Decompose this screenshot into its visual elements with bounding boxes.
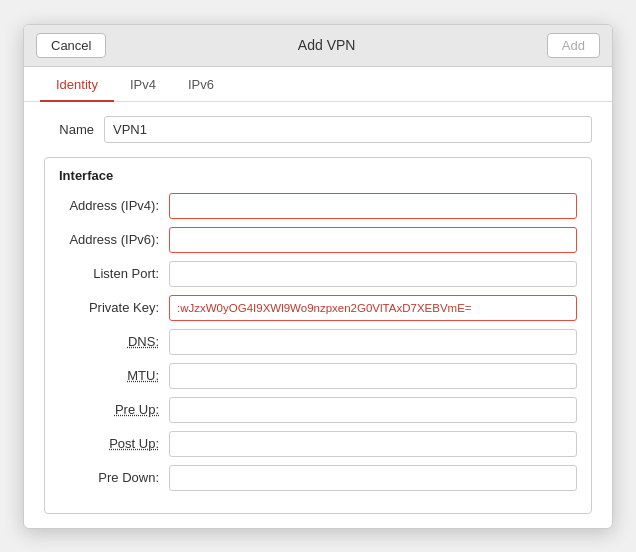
dns-label: DNS: <box>59 334 169 349</box>
field-row-pre-up: Pre Up: <box>59 397 577 423</box>
name-row: Name <box>44 116 592 143</box>
address-ipv4-input[interactable] <box>169 193 577 219</box>
pre-up-label: Pre Up: <box>59 402 169 417</box>
post-up-input[interactable] <box>169 431 577 457</box>
interface-section-title: Interface <box>59 168 577 183</box>
field-row-private-key: Private Key: <box>59 295 577 321</box>
pre-down-input[interactable] <box>169 465 577 491</box>
post-up-label: Post Up: <box>59 436 169 451</box>
name-label: Name <box>44 122 104 137</box>
listen-port-label: Listen Port: <box>59 266 169 281</box>
private-key-label: Private Key: <box>59 300 169 315</box>
mtu-input[interactable] <box>169 363 577 389</box>
field-row-mtu: MTU: <box>59 363 577 389</box>
dialog-header: Cancel Add VPN Add <box>24 25 612 67</box>
dialog-title: Add VPN <box>298 37 356 53</box>
pre-up-input[interactable] <box>169 397 577 423</box>
dialog-body: Name Interface Address (IPv4): Address (… <box>24 102 612 528</box>
private-key-input[interactable] <box>169 295 577 321</box>
field-row-post-up: Post Up: <box>59 431 577 457</box>
tabs-bar: Identity IPv4 IPv6 <box>24 67 612 102</box>
pre-down-label: Pre Down: <box>59 470 169 485</box>
tab-ipv4[interactable]: IPv4 <box>114 67 172 102</box>
interface-section: Interface Address (IPv4): Address (IPv6)… <box>44 157 592 514</box>
mtu-label: MTU: <box>59 368 169 383</box>
field-row-dns: DNS: <box>59 329 577 355</box>
address-ipv4-label: Address (IPv4): <box>59 198 169 213</box>
field-row-address-ipv4: Address (IPv4): <box>59 193 577 219</box>
field-row-address-ipv6: Address (IPv6): <box>59 227 577 253</box>
name-input[interactable] <box>104 116 592 143</box>
listen-port-input[interactable] <box>169 261 577 287</box>
add-vpn-dialog: Cancel Add VPN Add Identity IPv4 IPv6 Na… <box>23 24 613 529</box>
field-row-pre-down: Pre Down: <box>59 465 577 491</box>
tab-identity[interactable]: Identity <box>40 67 114 102</box>
add-button[interactable]: Add <box>547 33 600 58</box>
tab-ipv6[interactable]: IPv6 <box>172 67 230 102</box>
cancel-button[interactable]: Cancel <box>36 33 106 58</box>
address-ipv6-input[interactable] <box>169 227 577 253</box>
dns-input[interactable] <box>169 329 577 355</box>
address-ipv6-label: Address (IPv6): <box>59 232 169 247</box>
field-row-listen-port: Listen Port: <box>59 261 577 287</box>
